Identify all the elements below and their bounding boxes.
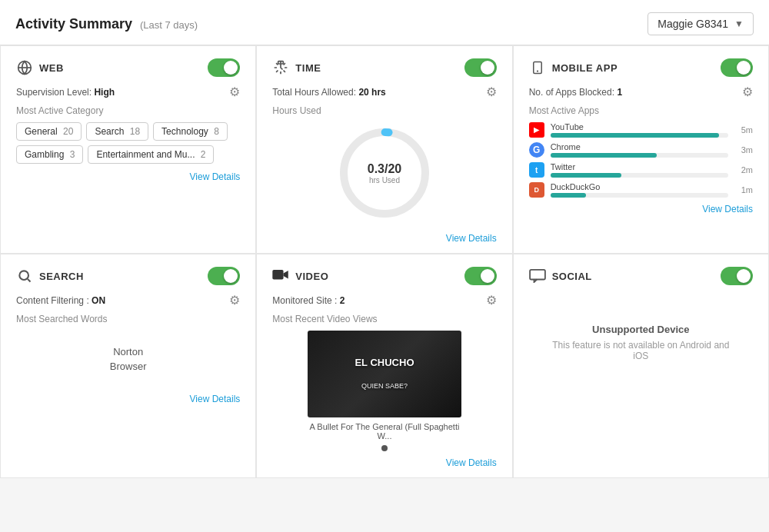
video-monitored-value: 2 <box>340 295 345 306</box>
social-title-row: SOCIAL <box>529 268 592 284</box>
video-title-row: VIDEO <box>272 268 328 284</box>
app-list: ▶ YouTube 5m G Chrome 3m <box>529 122 753 198</box>
social-card-title: SOCIAL <box>552 271 592 282</box>
time-card: TIME Total Hours Allowed: 20 hrs ⚙ Hours… <box>256 45 512 254</box>
search-view-details[interactable]: View Details <box>16 394 240 404</box>
list-item: ▶ YouTube 5m <box>529 122 753 138</box>
unsupported-title: Unsupported Device <box>592 324 689 335</box>
social-card: SOCIAL Unsupported Device This feature i… <box>513 254 769 478</box>
duckduckgo-icon: D <box>529 182 544 198</box>
svg-point-7 <box>19 271 28 280</box>
page-header: Activity Summary (Last 7 days) Maggie G8… <box>0 0 769 45</box>
web-card: WEB Supervision Level: High ⚙ Most Activ… <box>0 45 256 254</box>
tag-search-count: 18 <box>130 126 140 137</box>
unsupported-desc: This feature is not available on Android… <box>544 340 737 361</box>
mobile-active-label: Most Active Apps <box>529 105 753 116</box>
search-gear-icon[interactable]: ⚙ <box>229 293 240 308</box>
app-duck-bar <box>551 193 586 198</box>
app-youtube-info: YouTube <box>551 122 728 138</box>
search-icon <box>16 268 33 284</box>
search-card-title: SEARCH <box>39 271 84 282</box>
svg-line-8 <box>28 279 31 282</box>
mobile-title-row: MOBILE APP <box>529 59 618 76</box>
time-donut-container: 0.3/20 hrs Used <box>272 119 496 227</box>
web-view-details[interactable]: View Details <box>16 171 240 182</box>
app-duck-time: 1m <box>734 185 753 195</box>
app-twitter-info: Twitter <box>551 162 728 178</box>
mobile-card-header: MOBILE APP <box>529 58 753 77</box>
app-twitter-time: 2m <box>734 165 753 175</box>
video-thumb-img: EL CHUCHO QUIEN SABE? <box>308 331 461 417</box>
video-content-area: EL CHUCHO QUIEN SABE? A Bullet For The G… <box>272 331 496 451</box>
social-icon <box>529 268 546 284</box>
video-recent-label: Most Recent Video Views <box>272 314 496 324</box>
video-card: VIDEO Monitored Site : 2 ⚙ Most Recent V… <box>256 254 512 478</box>
video-icon <box>272 268 289 284</box>
web-active-label: Most Active Category <box>16 105 240 116</box>
search-content-area: Norton Browser <box>16 331 240 387</box>
app-duck-info: DuckDuckGo <box>551 182 728 198</box>
mobile-icon <box>529 59 546 76</box>
time-gear-icon[interactable]: ⚙ <box>486 85 497 99</box>
user-dropdown[interactable]: Maggie G8341 ▼ <box>647 12 754 35</box>
donut-main-value: 0.3/20 <box>368 161 401 176</box>
time-card-header: TIME <box>272 58 496 77</box>
user-name: Maggie G8341 <box>657 18 728 30</box>
list-item: G Chrome 3m <box>529 142 753 158</box>
page-title: Activity Summary <box>15 16 132 32</box>
search-filtering-label: Content Filtering : <box>16 295 89 306</box>
donut-sub-label: hrs Used <box>368 176 401 185</box>
mobile-card-title: MOBILE APP <box>552 62 618 74</box>
mobile-gear-icon[interactable]: ⚙ <box>742 85 753 99</box>
tag-general-count: 20 <box>63 126 73 137</box>
time-allowed-label: Total Hours Allowed: <box>272 87 356 98</box>
tag-ent-count: 2 <box>201 149 206 160</box>
video-card-header: VIDEO <box>272 267 496 285</box>
video-view-details[interactable]: View Details <box>272 457 496 468</box>
video-toggle[interactable] <box>464 267 497 285</box>
header-title-area: Activity Summary (Last 7 days) <box>15 16 198 32</box>
tag-gambling: Gambling 3 <box>16 145 83 164</box>
chevron-down-icon: ▼ <box>734 18 744 29</box>
web-card-header: WEB <box>16 58 240 77</box>
video-thumbnail: EL CHUCHO QUIEN SABE? A Bullet For The G… <box>308 331 461 441</box>
search-filtering-value: ON <box>92 295 105 306</box>
dashboard-grid: WEB Supervision Level: High ⚙ Most Activ… <box>0 45 769 478</box>
app-chrome-bar-wrap <box>551 153 728 158</box>
mobile-blocked-label: No. of Apps Blocked: <box>529 87 614 98</box>
list-item: t Twitter 2m <box>529 162 753 178</box>
app-twitter-bar <box>551 173 622 178</box>
app-chrome-time: 3m <box>734 145 753 155</box>
web-supervision-row: Supervision Level: High ⚙ <box>16 85 240 99</box>
social-toggle[interactable] <box>721 267 753 285</box>
mobile-view-details[interactable]: View Details <box>529 204 753 214</box>
web-title-row: WEB <box>16 59 64 76</box>
video-title-text: A Bullet For The General (Full Spaghetti… <box>308 422 461 441</box>
mobile-blocked-row: No. of Apps Blocked: 1 ⚙ <box>529 85 753 99</box>
app-duck-name: DuckDuckGo <box>551 182 728 191</box>
video-gear-icon[interactable]: ⚙ <box>486 293 497 308</box>
donut-label: 0.3/20 hrs Used <box>368 161 401 185</box>
video-monitored-row: Monitored Site : 2 ⚙ <box>272 293 496 308</box>
mobile-card: MOBILE APP No. of Apps Blocked: 1 ⚙ Most… <box>513 45 769 254</box>
search-toggle[interactable] <box>208 267 240 285</box>
social-unsupported-area: Unsupported Device This feature is not a… <box>529 293 753 392</box>
globe-icon <box>16 59 33 76</box>
time-title-row: TIME <box>272 59 321 76</box>
video-thumb-text-line2: QUIEN SABE? <box>348 376 420 397</box>
video-thumb-text-line1: EL CHUCHO <box>348 351 420 376</box>
mobile-toggle[interactable] <box>721 58 753 77</box>
tag-search: Search 18 <box>86 122 148 141</box>
video-card-title: VIDEO <box>295 271 328 282</box>
web-gear-icon[interactable]: ⚙ <box>229 85 240 99</box>
app-youtube-name: YouTube <box>551 122 728 131</box>
web-toggle[interactable] <box>208 58 240 77</box>
video-thumb-overlay: EL CHUCHO QUIEN SABE? <box>348 351 420 397</box>
tag-entertainment: Entertainment and Mu... 2 <box>88 145 214 164</box>
search-card: SEARCH Content Filtering : ON ⚙ Most Sea… <box>0 254 256 478</box>
app-youtube-bar-wrap <box>551 133 728 138</box>
time-card-title: TIME <box>295 62 321 74</box>
time-toggle[interactable] <box>464 58 497 77</box>
dot-1 <box>381 445 388 451</box>
time-view-details[interactable]: View Details <box>272 233 496 244</box>
